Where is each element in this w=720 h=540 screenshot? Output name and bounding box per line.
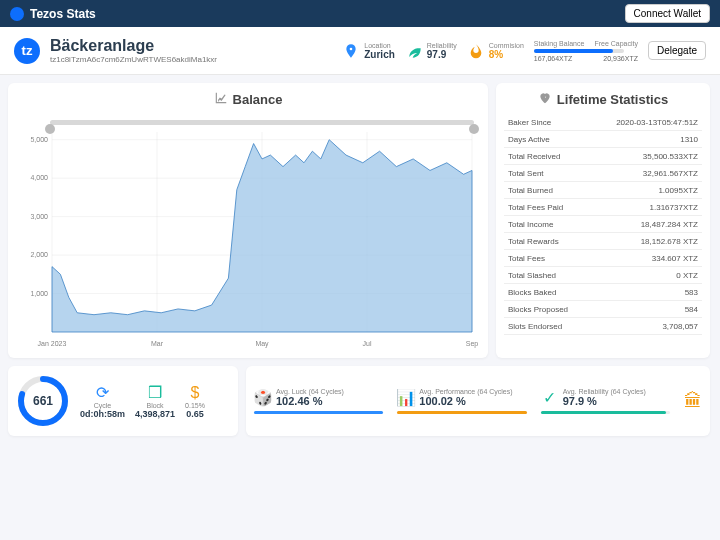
table-row: Blocks Baked583 — [504, 284, 702, 301]
table-row: Blocks Proposed584 — [504, 301, 702, 318]
stat-value: 18,487.284 XTZ — [589, 216, 702, 233]
location-label: Location — [364, 42, 395, 49]
reliability-label: Reliability — [427, 42, 457, 49]
stat-value: 2020-03-13T05:47:51Z — [589, 114, 702, 131]
lifetime-stats-table: Baker Since2020-03-13T05:47:51ZDays Acti… — [504, 114, 702, 335]
stat-value: 32,961.567XTZ — [589, 165, 702, 182]
commission-value: 8% — [489, 49, 524, 60]
flame-icon — [467, 42, 485, 60]
svg-text:3,000: 3,000 — [30, 213, 48, 220]
table-row: Total Burned1.0095XTZ — [504, 182, 702, 199]
stat-key: Total Fees — [504, 250, 589, 267]
commission-label: Commision — [489, 42, 524, 49]
stat-key: Total Received — [504, 148, 589, 165]
stat-key: Total Slashed — [504, 267, 589, 284]
cycle-gauge-card: 661 ⟳ Cycle 0d:0h:58m ❒ Block 4,398,871 … — [8, 366, 238, 436]
time-slider[interactable] — [50, 120, 474, 125]
gauge-value: 661 — [16, 374, 70, 428]
map-marker-icon — [342, 42, 360, 60]
chart-line-icon — [214, 91, 228, 108]
topbar: Tezos Stats Connect Wallet — [0, 0, 720, 27]
svg-text:Mar: Mar — [151, 340, 164, 347]
stat-key: Total Income — [504, 216, 589, 233]
stat-value: 1.316737XTZ — [589, 199, 702, 216]
table-row: Baker Since2020-03-13T05:47:51Z — [504, 114, 702, 131]
svg-text:4,000: 4,000 — [30, 174, 48, 181]
stat-key: Total Sent — [504, 165, 589, 182]
lifetime-card: Lifetime Statistics Baker Since2020-03-1… — [496, 83, 710, 358]
table-row: Total Slashed0 XTZ — [504, 267, 702, 284]
avg-perf-label: Avg. Performance (64 Cycles) — [419, 388, 512, 395]
avg-rel-label: Avg. Reliability (64 Cycles) — [563, 388, 646, 395]
balance-card: Balance 1,0002,0003,0004,0005,000Jan 202… — [8, 83, 488, 358]
location-value: Zurich — [364, 49, 395, 60]
inflation-label: 0.15% — [185, 402, 205, 409]
leaf-icon — [405, 42, 423, 60]
baker-avatar: tz — [14, 38, 40, 64]
baker-name: Bäckeranlage — [50, 37, 217, 55]
slider-handle-left[interactable] — [45, 124, 55, 134]
table-row: Total Fees Paid1.316737XTZ — [504, 199, 702, 216]
svg-text:Jan 2023: Jan 2023 — [38, 340, 67, 347]
stat-key: Blocks Proposed — [504, 301, 589, 318]
stat-key: Total Fees Paid — [504, 199, 589, 216]
dice-icon: 🎲 — [254, 389, 272, 407]
balance-title: Balance — [233, 92, 283, 107]
cycle-value: 0d:0h:58m — [80, 409, 125, 419]
avg-reliability: ✓ Avg. Reliability (64 Cycles)97.9 % — [541, 388, 670, 414]
commission-metric: Commision8% — [467, 42, 524, 60]
stat-key: Baker Since — [504, 114, 589, 131]
building-icon: 🏛 — [684, 391, 702, 412]
balance-chart[interactable]: 1,0002,0003,0004,0005,000Jan 2023MarMayJ… — [16, 114, 480, 350]
avg-luck-label: Avg. Luck (64 Cycles) — [276, 388, 344, 395]
staking-balance-value: 167,064XTZ — [534, 55, 573, 62]
stat-key: Slots Endorsed — [504, 318, 589, 335]
free-capacity-label: Free Capacity — [594, 40, 638, 47]
logo-icon — [10, 7, 24, 21]
stat-value: 583 — [589, 284, 702, 301]
inflation-value: 0.65 — [185, 409, 205, 419]
avg-rel-value: 97.9 % — [563, 395, 646, 407]
free-capacity-value: 20,936XTZ — [603, 55, 638, 62]
baker-header: tz Bäckeranlage tz1c8iTzmA6c7cm6ZmUwRTWE… — [0, 27, 720, 75]
delegate-button[interactable]: Delegate — [648, 41, 706, 60]
cube-icon: ❒ — [135, 383, 175, 402]
stat-value: 3,708,057 — [589, 318, 702, 335]
stat-value: 584 — [589, 301, 702, 318]
slider-handle-right[interactable] — [469, 124, 479, 134]
avg-luck-value: 102.46 % — [276, 395, 344, 407]
cycle-label: Cycle — [80, 402, 125, 409]
stat-value: 1310 — [589, 131, 702, 148]
svg-text:May: May — [255, 340, 269, 348]
table-row: Total Fees334.607 XTZ — [504, 250, 702, 267]
staking-block: Staking BalanceFree Capacity 167,064XTZ2… — [534, 40, 638, 62]
svg-text:1,000: 1,000 — [30, 290, 48, 297]
cycle-gauge: 661 — [16, 374, 70, 428]
connect-wallet-button[interactable]: Connect Wallet — [625, 4, 710, 23]
table-row: Total Received35,500.533XTZ — [504, 148, 702, 165]
app-title: Tezos Stats — [30, 7, 96, 21]
svg-text:Jul: Jul — [363, 340, 372, 347]
averages-card: 🎲 Avg. Luck (64 Cycles)102.46 % 📊 Avg. P… — [246, 366, 710, 436]
table-row: Total Income18,487.284 XTZ — [504, 216, 702, 233]
stat-value: 18,152.678 XTZ — [589, 233, 702, 250]
dollar-icon: $ — [185, 384, 205, 402]
table-row: Slots Endorsed3,708,057 — [504, 318, 702, 335]
svg-text:Sep: Sep — [466, 340, 479, 348]
stat-key: Days Active — [504, 131, 589, 148]
stat-key: Blocks Baked — [504, 284, 589, 301]
avg-performance: 📊 Avg. Performance (64 Cycles)100.02 % — [397, 388, 526, 414]
svg-text:5,000: 5,000 — [30, 136, 48, 143]
baker-address[interactable]: tz1c8iTzmA6c7cm6ZmUwRTWES6akdiMa1kxr — [50, 55, 217, 64]
refresh-icon: ⟳ — [80, 383, 125, 402]
svg-text:2,000: 2,000 — [30, 251, 48, 258]
stat-value: 1.0095XTZ — [589, 182, 702, 199]
location-metric: LocationZurich — [342, 42, 395, 60]
table-row: Total Sent32,961.567XTZ — [504, 165, 702, 182]
table-row: Days Active1310 — [504, 131, 702, 148]
heartbeat-icon — [538, 91, 552, 108]
stat-key: Total Burned — [504, 182, 589, 199]
avg-luck: 🎲 Avg. Luck (64 Cycles)102.46 % — [254, 388, 383, 414]
block-value: 4,398,871 — [135, 409, 175, 419]
shield-check-icon: ✓ — [541, 389, 559, 407]
